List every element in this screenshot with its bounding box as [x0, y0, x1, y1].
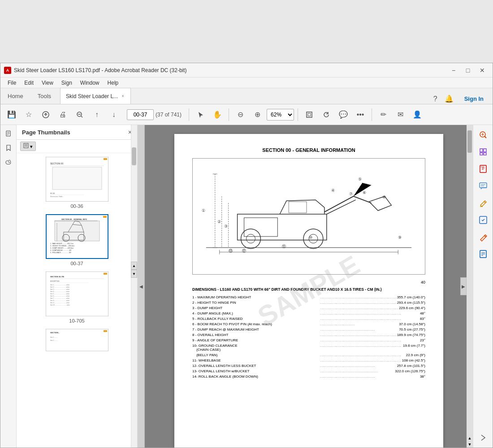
svg-rect-80	[480, 149, 483, 152]
svg-text:SECTION 00: SECTION 00	[50, 162, 63, 165]
scroll-up-pdf[interactable]: ▲	[467, 435, 473, 441]
menu-edit[interactable]: Edit	[21, 79, 37, 87]
svg-text:⑨: ⑨	[398, 235, 402, 240]
svg-text:⑬: ⑬	[229, 249, 233, 253]
scroll-down-arrow[interactable]: ▼	[131, 270, 137, 278]
svg-text:⑦: ⑦	[349, 192, 353, 196]
share-button[interactable]: 👤	[410, 107, 425, 122]
menu-sign[interactable]: Sign	[58, 79, 76, 87]
tab-home[interactable]: Home	[0, 88, 30, 104]
close-button[interactable]: ✕	[476, 66, 489, 75]
attachments-panel-button[interactable]	[2, 155, 15, 169]
comment-button[interactable]: 💬	[336, 107, 351, 122]
sidebar-title: Page Thumbnails	[22, 129, 70, 136]
zoom-select[interactable]: 62% 50% 75% 100% 125%	[267, 109, 294, 121]
thumbnail-00-37[interactable]: SECTION 00 - GENERAL INFO 1 - MAX HE	[46, 214, 108, 266]
dim-row-14: 14- ROLL BACK ANGLE (BOOM DOWN) ........…	[192, 375, 425, 379]
more-tools-button[interactable]: •••	[353, 107, 368, 122]
menu-help[interactable]: Help	[104, 79, 122, 87]
svg-text:Dimensions Table...: Dimensions Table...	[50, 196, 64, 198]
zoom-in-button[interactable]: ⊕	[250, 107, 265, 122]
svg-text:2 - HEIGHT TO HINGE.....293.4c: 2 - HEIGHT TO HINGE.....293.4cm	[50, 245, 74, 247]
svg-rect-57	[289, 202, 307, 213]
rotate-button[interactable]	[319, 107, 334, 122]
tab-close-button[interactable]: ×	[121, 94, 125, 99]
svg-text:Item 1..........: Item 1..........	[50, 336, 58, 338]
menu-view[interactable]: View	[38, 79, 57, 87]
pdf-caption: DIMENSIONS - LS160 AND LS170 WITH 66" DI…	[192, 287, 425, 292]
bookmarks-right-button[interactable]	[475, 246, 491, 262]
menu-window[interactable]: Window	[77, 79, 103, 87]
svg-rect-83	[484, 153, 486, 155]
print-button[interactable]: 🖨	[55, 107, 70, 122]
svg-text:⑤: ⑤	[358, 177, 362, 181]
svg-text:④: ④	[331, 188, 335, 193]
svg-rect-81	[484, 149, 486, 152]
fill-sign-button[interactable]: ✏	[376, 107, 391, 122]
tab-document[interactable]: Skid Steer Loader L... ×	[60, 88, 131, 104]
title-bar-left: A Skid Steer Loader LS160 LS170.pdf - Ad…	[4, 67, 187, 74]
upload-button[interactable]	[38, 107, 53, 122]
menu-file[interactable]: File	[4, 79, 20, 87]
zoom-out-button[interactable]: ⊖	[233, 107, 248, 122]
save-button[interactable]: 💾	[4, 107, 19, 122]
expand-right-panel-button[interactable]	[475, 430, 491, 446]
tab-bar: Home Tools Skid Steer Loader L... × ? 🔔 …	[0, 88, 493, 104]
fill-sign-panel-button[interactable]	[475, 195, 491, 211]
sidebar-scrollbar-thumb	[132, 147, 136, 165]
bookmark-button[interactable]: ☆	[21, 107, 36, 122]
scroll-up-arrow[interactable]: ▲	[131, 262, 137, 270]
zoom-out-small-button[interactable]	[72, 107, 87, 122]
svg-rect-3	[308, 113, 311, 116]
hand-tool-button[interactable]: ✋	[210, 107, 225, 122]
signin-button[interactable]: Sign In	[461, 94, 487, 104]
page-indicator-3	[104, 273, 107, 275]
maximize-button[interactable]: □	[461, 66, 475, 75]
organize-pages-button[interactable]	[475, 144, 491, 160]
thumbnail-00-36[interactable]: SECTION 00 00-36 Dimensions Table... 00-…	[46, 157, 108, 209]
tab-doc-label: Skid Steer Loader L...	[66, 93, 118, 99]
fit-page-button[interactable]	[302, 107, 317, 122]
svg-text:Item 8........................: Item 8.................................v…	[50, 300, 69, 302]
pdf-scrollbar-thumb	[467, 130, 472, 153]
dim-row-4: 4 - DUMP ANGLE (MAX.) ..................…	[192, 311, 425, 315]
collapse-sidebar-button[interactable]: ◀	[138, 125, 145, 448]
svg-text:Item 2..........: Item 2..........	[50, 340, 58, 341]
enhance-scan-button[interactable]	[475, 127, 491, 143]
send-button[interactable]: ✉	[393, 107, 408, 122]
help-icon[interactable]: ?	[433, 95, 437, 103]
dim-row-10b: (BELLY PAN) ............................…	[192, 353, 425, 357]
svg-text:00-36: 00-36	[50, 192, 55, 194]
pages-panel-button[interactable]	[2, 127, 15, 140]
dim-row-7: 7 - DUMP REACH @ MAXIMUM HEIGHT ........…	[192, 327, 425, 332]
action-wizard-button[interactable]	[475, 212, 491, 228]
thumb-frame-partial: SECTION... Item 1.......... Item 2......…	[46, 329, 108, 351]
svg-text:Item 3........................: Item 3.................................v…	[50, 289, 69, 290]
title-bar: A Skid Steer Loader LS160 LS170.pdf - Ad…	[0, 63, 493, 78]
tab-tools[interactable]: Tools	[30, 88, 58, 104]
next-page-button[interactable]: ↓	[106, 107, 121, 122]
page-count: (37 of 741)	[156, 112, 182, 118]
notifications-icon[interactable]: 🔔	[445, 95, 454, 103]
separator-1	[189, 108, 189, 121]
dim-row-1: 1 - MAXIMUM OPERATING HEIGHT ...........…	[192, 295, 425, 299]
comment-panel-button[interactable]	[475, 178, 491, 194]
dim-row-9: 9 - ANGLE OF DEPARTURE .................…	[192, 338, 425, 342]
thumbnail-partial[interactable]: SECTION... Item 1.......... Item 2......…	[46, 329, 108, 351]
export-pdf-button[interactable]: PDF	[475, 161, 491, 177]
page-input[interactable]	[127, 109, 154, 120]
sidebar-scrollbar	[131, 125, 137, 448]
previous-page-button[interactable]: ↑	[89, 107, 104, 122]
minimize-button[interactable]: −	[447, 66, 460, 75]
bookmarks-panel-button[interactable]	[2, 141, 15, 155]
main-area: Page Thumbnails × ▾ SECTION 00	[0, 125, 493, 448]
collapse-right-panel-button[interactable]: ▶	[460, 277, 467, 295]
scroll-down-pdf[interactable]: ▼	[467, 441, 473, 448]
thumbnail-10-705[interactable]: SECTION 10-705 DESCRIPTION Item 1.......…	[46, 271, 108, 323]
app-window: A Skid Steer Loader LS160 LS170.pdf - Ad…	[0, 63, 493, 448]
left-panel	[0, 125, 17, 448]
edit-pdf-button[interactable]	[475, 229, 491, 245]
svg-text:Item 7........................: Item 7.................................v…	[50, 297, 69, 299]
cursor-tool-button[interactable]	[193, 107, 208, 122]
sidebar-list-view[interactable]: ▾	[20, 142, 36, 151]
